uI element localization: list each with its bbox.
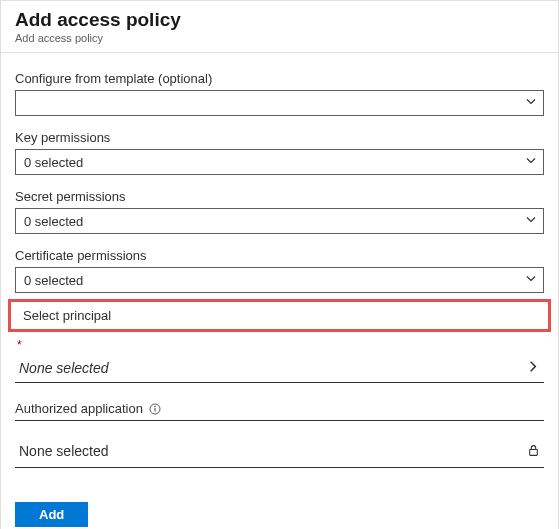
panel-header: Add access policy Add access policy xyxy=(1,1,558,53)
authorized-application-value: None selected xyxy=(19,443,109,459)
principal-value: None selected xyxy=(19,360,109,376)
chevron-down-icon xyxy=(525,214,537,229)
authorized-application-heading: Authorized application xyxy=(15,401,544,421)
select-principal-heading: Select principal xyxy=(8,299,551,332)
svg-point-1 xyxy=(154,405,156,407)
page-subtitle: Add access policy xyxy=(15,32,544,44)
authorized-application-row: None selected xyxy=(15,437,544,468)
secret-permissions-value: 0 selected xyxy=(24,214,83,229)
template-label: Configure from template (optional) xyxy=(15,71,544,86)
chevron-down-icon xyxy=(525,155,537,170)
select-principal-button[interactable]: None selected xyxy=(15,354,544,383)
form-body: Configure from template (optional) Key p… xyxy=(1,53,558,529)
key-permissions-value: 0 selected xyxy=(24,155,83,170)
template-dropdown[interactable] xyxy=(15,90,544,116)
certificate-permissions-dropdown[interactable]: 0 selected xyxy=(15,267,544,293)
chevron-down-icon xyxy=(525,273,537,288)
key-permissions-label: Key permissions xyxy=(15,130,544,145)
lock-icon xyxy=(527,444,540,460)
secret-permissions-dropdown[interactable]: 0 selected xyxy=(15,208,544,234)
certificate-permissions-label: Certificate permissions xyxy=(15,248,544,263)
chevron-right-icon xyxy=(526,360,540,377)
secret-permissions-label: Secret permissions xyxy=(15,189,544,204)
add-button[interactable]: Add xyxy=(15,502,88,527)
authorized-application-label: Authorized application xyxy=(15,401,143,416)
template-field: Configure from template (optional) xyxy=(15,71,544,116)
info-icon[interactable] xyxy=(149,403,161,415)
svg-rect-2 xyxy=(154,408,155,411)
page-title: Add access policy xyxy=(15,9,544,31)
certificate-permissions-field: Certificate permissions 0 selected xyxy=(15,248,544,293)
key-permissions-dropdown[interactable]: 0 selected xyxy=(15,149,544,175)
required-indicator: * xyxy=(15,338,544,352)
chevron-down-icon xyxy=(525,96,537,111)
svg-rect-3 xyxy=(530,449,538,455)
secret-permissions-field: Secret permissions 0 selected xyxy=(15,189,544,234)
certificate-permissions-value: 0 selected xyxy=(24,273,83,288)
key-permissions-field: Key permissions 0 selected xyxy=(15,130,544,175)
